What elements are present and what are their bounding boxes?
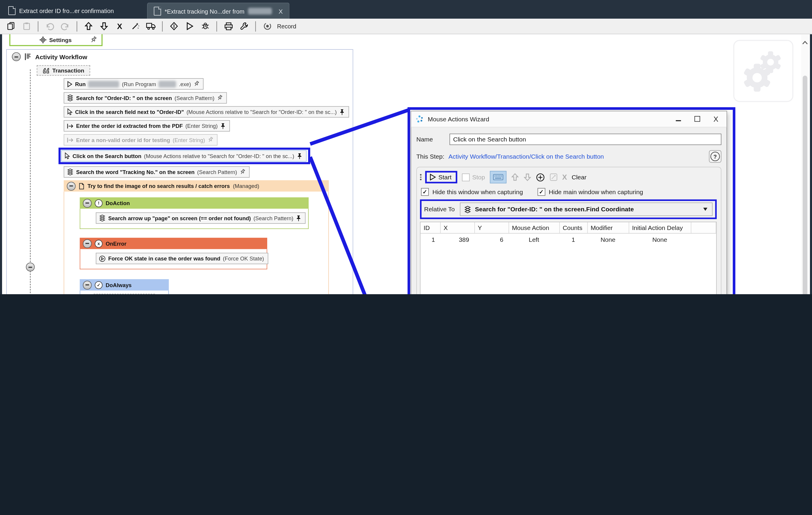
undo-button[interactable]	[43, 20, 57, 32]
step-click-search-field[interactable]: Click in the search field next to "Order…	[64, 106, 349, 118]
pin-icon[interactable]	[220, 122, 226, 130]
collapse-icon[interactable]	[26, 262, 35, 271]
scroll-up-icon[interactable]	[802, 40, 808, 45]
tab-extract-order-id[interactable]: Extract order ID fro...er confirmation	[2, 3, 120, 19]
step-search-orderid[interactable]: Search for "Order-ID: " on the screen (S…	[64, 92, 227, 104]
redacted-text	[88, 81, 119, 87]
pin-icon[interactable]	[340, 109, 345, 115]
vertical-scrollbar[interactable]	[801, 34, 809, 294]
table-header-row: IDXYMouse ActionCountsModifierInitial Ac…	[420, 222, 716, 233]
keyboard-toggle-button[interactable]	[490, 171, 506, 183]
move-down-button[interactable]	[97, 20, 111, 32]
help-button[interactable]: ?	[709, 150, 721, 163]
step-enter-order-id[interactable]: Enter the order id extracted from the PD…	[64, 120, 230, 132]
dialog-titlebar[interactable]: Mouse Actions Wizard X	[411, 111, 727, 127]
tools-wrench-button[interactable]	[237, 20, 251, 32]
relative-to-highlight: Relative To Search for "Order-ID: " on t…	[420, 199, 717, 219]
delete-button[interactable]: X	[113, 20, 127, 32]
activity-workflow-header[interactable]: Activity Workflow	[12, 52, 87, 61]
collapse-icon[interactable]	[67, 181, 76, 190]
capture-group: Start Stop	[416, 167, 721, 294]
tab-extract-tracking-no[interactable]: *Extract tracking No...der from X	[147, 3, 289, 19]
dialog-title: Mouse Actions Wizard	[428, 115, 489, 123]
copy-button[interactable]	[4, 20, 18, 32]
unpin-icon[interactable]	[208, 137, 213, 143]
activity-workflow-label: Activity Workflow	[35, 53, 87, 60]
name-input[interactable]	[450, 134, 721, 145]
start-button[interactable]: Start	[425, 171, 457, 183]
transaction-label: Transaction	[52, 67, 84, 74]
deploy-truck-button[interactable]	[144, 20, 158, 32]
breakpoint-button[interactable]	[167, 20, 181, 32]
enter-string-icon	[67, 137, 74, 143]
chevron-down-icon	[703, 208, 707, 211]
relative-to-label: Relative To	[424, 206, 455, 213]
check-circle-icon: ✓	[95, 281, 103, 289]
redo-button[interactable]	[59, 20, 72, 32]
onerror-header[interactable]: x OnError	[80, 238, 267, 249]
minimize-icon[interactable]	[675, 116, 681, 122]
workflow-canvas[interactable]: Settings Activity Workflow Transaction R…	[2, 34, 810, 294]
hide-this-window-checkbox[interactable]: ✓	[421, 188, 429, 196]
transaction-node[interactable]: Transaction	[37, 65, 90, 76]
paste-button[interactable]	[20, 20, 33, 32]
pin-icon[interactable]	[297, 152, 302, 159]
close-icon[interactable]: X	[714, 115, 718, 123]
this-step-link[interactable]: Activity Workflow/Transaction/Click on t…	[448, 153, 604, 160]
step-force-ok-found[interactable]: Force OK state in case the order was fou…	[96, 253, 268, 264]
managed-block-header[interactable]: Try to find the image of no search resul…	[64, 180, 329, 192]
collapse-icon[interactable]	[83, 239, 92, 248]
search-pattern-icon	[99, 214, 106, 222]
run-button[interactable]	[183, 20, 197, 32]
selected-step-highlight: Click on the Search button (Mouse Action…	[59, 148, 311, 164]
record-label[interactable]: Record	[277, 23, 296, 29]
doaction-header[interactable]: ! DoAction	[80, 197, 309, 209]
step-search-arrow-up[interactable]: Search arrow up "page" on screen (== ord…	[96, 212, 306, 224]
unpin-icon[interactable]	[194, 81, 199, 87]
main-toolbar: X Record	[0, 19, 812, 34]
step-enter-invalid-id[interactable]: Enter a non-valid order id for testing (…	[64, 134, 218, 146]
settings-node[interactable]: Settings	[9, 34, 103, 46]
doalways-header[interactable]: ✓ DoAlways	[80, 279, 169, 291]
hide-main-window-checkbox[interactable]: ✓	[538, 188, 545, 196]
move-action-up-button[interactable]	[511, 173, 518, 181]
magic-wand-button[interactable]	[128, 20, 142, 32]
drag-handle-icon[interactable]	[420, 174, 421, 180]
maximize-icon[interactable]	[694, 116, 700, 122]
search-pattern-icon	[464, 205, 471, 213]
step-click-search-button[interactable]: Click on the Search button (Mouse Action…	[61, 150, 307, 162]
stop-button[interactable]: Stop	[462, 173, 485, 181]
add-action-button[interactable]	[535, 173, 545, 182]
unpin-icon[interactable]	[240, 169, 245, 175]
close-icon[interactable]: X	[279, 7, 283, 15]
step-search-tracking-no[interactable]: Search the word "Tracking No." on the sc…	[64, 166, 250, 178]
step-run-program[interactable]: Run (Run Program .exe)	[64, 78, 203, 90]
relative-to-dropdown[interactable]: Search for "Order-ID: " on the screen.Fi…	[460, 202, 713, 216]
tab-title: Extract order ID fro...er confirmation	[19, 7, 114, 13]
table-row[interactable]: 13896Left1NoneNone	[420, 233, 716, 246]
edit-action-button[interactable]	[549, 173, 557, 181]
toolbar-separator	[38, 21, 38, 31]
clear-button[interactable]: Clear	[572, 173, 586, 181]
unpin-icon[interactable]	[217, 95, 223, 101]
toolbar-separator	[77, 21, 77, 31]
mouse-actions-wizard-dialog: Mouse Actions Wizard X Name This Step: A	[411, 111, 727, 294]
move-action-down-button[interactable]	[523, 173, 531, 181]
delete-action-button[interactable]: X	[562, 173, 567, 181]
pin-icon[interactable]	[296, 214, 301, 221]
collapse-icon[interactable]	[83, 199, 92, 207]
managed-doc-icon	[79, 182, 84, 190]
print-button[interactable]	[222, 20, 235, 32]
record-icon[interactable]	[260, 20, 274, 32]
debug-button[interactable]	[198, 20, 212, 32]
scrollbar-thumb[interactable]	[803, 76, 808, 294]
collapse-icon[interactable]	[12, 52, 21, 61]
mouse-actions-table[interactable]: IDXYMouse ActionCountsModifierInitial Ac…	[420, 222, 717, 294]
collapse-icon[interactable]	[83, 281, 92, 289]
dialog-highlight-box: Mouse Actions Wizard X Name This Step: A	[407, 107, 735, 294]
move-up-button[interactable]	[82, 20, 95, 32]
unpin-icon[interactable]	[91, 36, 97, 44]
drop-zone[interactable]: Drop Items here...	[94, 294, 155, 294]
toolbar-separator	[162, 21, 163, 31]
play-icon	[429, 173, 436, 181]
